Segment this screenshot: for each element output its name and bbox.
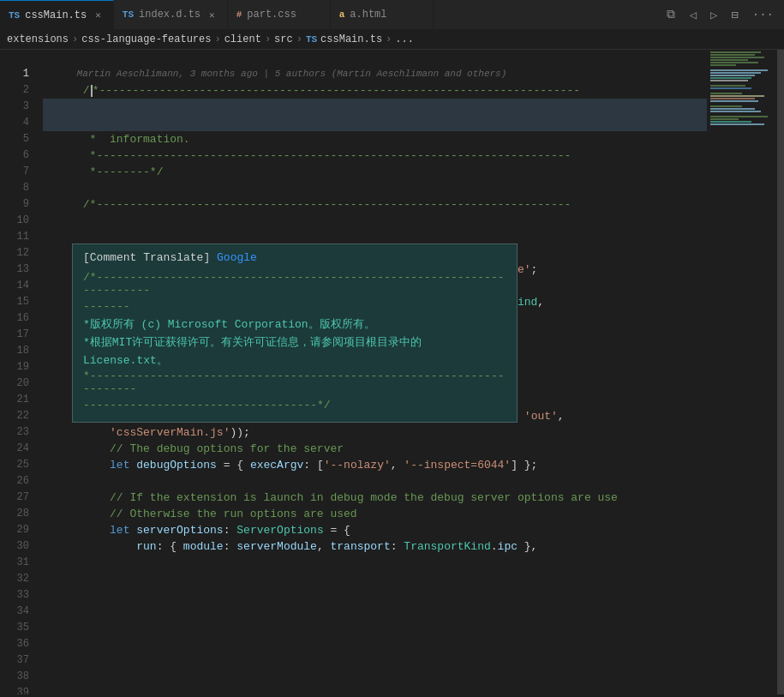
popup-body-2: *根据MIT许可证获得许可。有关许可证信息，请参阅项目根目录中的 xyxy=(83,334,506,352)
code-line-5: *---------------------------------------… xyxy=(43,131,707,147)
minimap-line-9 xyxy=(710,72,761,74)
split-editor-icon[interactable]: ⧉ xyxy=(663,4,679,25)
code-line-9 xyxy=(43,196,707,213)
line-37: 37 xyxy=(0,652,29,669)
minimap-line-8 xyxy=(710,69,768,71)
line-38: 38 xyxy=(0,669,29,685)
popup-divider-1: /*--------------------------------------… xyxy=(83,271,506,297)
line-7: 7 xyxy=(0,164,29,180)
prop-ipc-29: ipc xyxy=(498,540,518,553)
line-21: 21 xyxy=(0,392,29,408)
tab-aHtml[interactable]: a a.html xyxy=(331,0,434,29)
line-19: 19 xyxy=(0,359,29,376)
tab-label-aHtml: a.html xyxy=(350,9,386,21)
nav-forward-icon[interactable]: ▷ xyxy=(707,4,721,26)
line-13: 13 xyxy=(0,261,29,278)
breadcrumb-sep-1: › xyxy=(72,33,78,45)
line-27: 27 xyxy=(0,490,29,506)
minimap-line-26 xyxy=(710,116,768,117)
breadcrumb-css-language-features[interactable]: css-language-features xyxy=(81,33,211,45)
minimap-line-20 xyxy=(710,100,758,102)
breadcrumb-extensions[interactable]: extensions xyxy=(7,33,69,45)
line-34: 34 xyxy=(0,604,29,620)
popup-google-link[interactable]: Google xyxy=(217,251,257,264)
line-39: 39 xyxy=(0,685,29,694)
nav-back-icon[interactable]: ◁ xyxy=(685,4,699,26)
minimap-line-23 xyxy=(710,108,755,110)
minimap-line-15 xyxy=(710,87,751,89)
line-5: 5 xyxy=(0,131,29,147)
tab-label-partCss: part.css xyxy=(247,9,296,21)
line-15: 15 xyxy=(0,294,29,310)
line-30: 30 xyxy=(0,538,29,555)
popup-body-3: License.txt。 xyxy=(83,352,506,370)
prop-module-29: module xyxy=(183,540,224,553)
line-17: 17 xyxy=(0,327,29,343)
minimap-line-28 xyxy=(710,121,751,123)
line-23: 23 xyxy=(0,424,29,441)
code-line-8: /*--------------------------------------… xyxy=(43,180,707,196)
breadcrumb-src[interactable]: src xyxy=(274,33,293,45)
tab-cssMain[interactable]: TS cssMain.ts ✕ xyxy=(0,0,114,29)
line-18: 18 xyxy=(0,343,29,359)
git-blame-line: Martin Aeschlimann, 3 months ago | 5 aut… xyxy=(43,50,707,66)
line-3: 3 xyxy=(0,99,29,115)
tab-close-cssMain[interactable]: ✕ xyxy=(92,8,105,22)
minimap-line-12 xyxy=(710,80,748,81)
breadcrumb-sep-2: › xyxy=(214,33,220,45)
tab-lang-icon-partCss: # xyxy=(236,9,242,20)
breadcrumb-symbol[interactable]: ... xyxy=(395,33,414,45)
tab-indexD[interactable]: TS index.d.ts ✕ xyxy=(114,0,228,29)
line-10: 10 xyxy=(0,213,29,229)
minimap-line-6 xyxy=(710,64,736,66)
line-28: 28 xyxy=(0,506,29,522)
breadcrumb-sep-5: › xyxy=(386,33,392,45)
code-editor[interactable]: Martin Aeschlimann, 3 months ago | 5 aut… xyxy=(36,50,707,694)
code-line-10 xyxy=(43,213,707,229)
code-line-4: * information. xyxy=(43,115,707,131)
breadcrumb: extensions › css-language-features › cli… xyxy=(0,30,784,50)
colon-29b: : xyxy=(224,540,237,553)
tab-lang-icon-indexD: TS xyxy=(123,9,134,20)
tab-bar: TS cssMain.ts ✕ TS index.d.ts ✕ # part.c… xyxy=(0,0,784,30)
minimap-content xyxy=(707,50,777,694)
line-14: 14 xyxy=(0,278,29,294)
code-line-3: * Licensed under the MIT License. See Li… xyxy=(43,99,707,115)
line-8: 8 xyxy=(0,180,29,196)
line-1: 1 xyxy=(0,66,29,82)
tab-close-indexD[interactable]: ✕ xyxy=(206,8,218,22)
code-line-6: *--------*/ xyxy=(43,147,707,164)
line-29: 29 xyxy=(0,522,29,538)
line-num-blame xyxy=(0,50,29,66)
code-line-1: /*--------------------------------------… xyxy=(43,66,707,82)
line-16: 16 xyxy=(0,310,29,327)
breadcrumb-filename[interactable]: cssMain.ts xyxy=(320,33,382,45)
line-20: 20 xyxy=(0,376,29,392)
popup-divider-3: *---------------------------------------… xyxy=(83,370,506,395)
tab-lang-icon-aHtml: a xyxy=(339,9,345,20)
minimap-scrollbar[interactable] xyxy=(777,50,784,694)
breadcrumb-client[interactable]: client xyxy=(224,33,261,45)
colon-29c: : xyxy=(391,540,404,553)
line-25: 25 xyxy=(0,457,29,473)
close-29: }, xyxy=(518,540,537,553)
line-32: 32 xyxy=(0,571,29,587)
comma-29: , xyxy=(317,540,331,553)
minimap-line-3 xyxy=(710,57,764,58)
tab-bar-actions: ⧉ ◁ ▷ ⊟ ··· xyxy=(656,0,784,29)
popup-title: [Comment Translate] xyxy=(83,251,210,264)
tab-partCss[interactable]: # part.css xyxy=(228,0,331,29)
line-33: 33 xyxy=(0,587,29,604)
line-26: 26 xyxy=(0,473,29,490)
type-tk-29: TransportKind xyxy=(404,540,490,553)
minimap-line-27 xyxy=(710,118,739,120)
editor-area: 1 2 3 4 5 6 7 8 9 10 11 12 13 14 15 16 1… xyxy=(0,50,784,694)
line-22: 22 xyxy=(0,408,29,424)
breadcrumb-sep-3: › xyxy=(265,33,271,45)
layout-icon[interactable]: ⊟ xyxy=(727,4,741,26)
colon-29: : { xyxy=(157,540,183,553)
code-line-25 xyxy=(43,457,707,473)
line-35: 35 xyxy=(0,620,29,636)
code-line-29: run: { module: serverModule, transport: … xyxy=(43,522,707,538)
more-icon[interactable]: ··· xyxy=(749,4,777,25)
